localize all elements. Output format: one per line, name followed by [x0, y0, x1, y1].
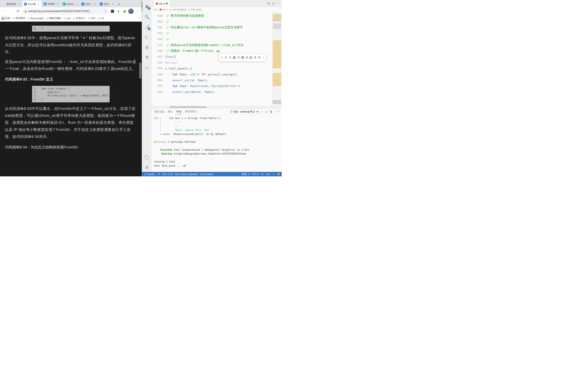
split-terminal-icon[interactable]: ◫: [265, 110, 268, 113]
new-terminal-icon[interactable]: +: [261, 110, 263, 113]
profile-avatar[interactable]: [128, 8, 134, 14]
debug-icon[interactable]: ▷: [142, 33, 152, 42]
scrollbar[interactable]: [139, 22, 141, 176]
ime-candidate[interactable]: 3.期: [237, 55, 244, 60]
compare-icon[interactable]: ⇅: [268, 2, 270, 5]
breadcrumb-item[interactable]: src: [154, 8, 157, 11]
close-icon[interactable]: ×: [37, 3, 40, 6]
breadcrumb[interactable]: src› ⬢ lib.rs› {} rust-analyzer› ⨍ test_…: [152, 7, 282, 12]
eol-status[interactable]: LF: [261, 173, 264, 175]
more-icon[interactable]: ⋯: [277, 2, 280, 5]
bookmark-folder[interactable]: 🗀常用网页: [12, 17, 25, 20]
rust-project-status[interactable]: Rust: [new_chapter8]: [175, 173, 198, 175]
browser-window: 新标签页 × 微 Rust编 × ▶ 哔哩哔 × ▶ Davira × 知 首页…: [0, 0, 142, 176]
back-button[interactable]: ←: [1, 8, 7, 14]
module-icon: {}: [170, 8, 172, 11]
url-bar[interactable]: 🔒 weread.qq.com/web/reader/0303203071848…: [22, 8, 109, 14]
breadcrumb-item[interactable]: rust-analyzer: [172, 8, 186, 11]
ime-candidate-popup[interactable]: 1.其 2.器 3.期 4.起 5.⑦ ⌄: [219, 54, 266, 62]
scm-icon[interactable]: ⎇6: [142, 22, 152, 31]
minimap[interactable]: [272, 12, 282, 106]
bookmark-label: Rust project: [31, 17, 44, 20]
chevron-up-icon[interactable]: ˄: [275, 110, 276, 113]
browser-tab[interactable]: 知 首页 - ×: [98, 1, 116, 7]
breadcrumb-item[interactable]: lib.rs: [162, 8, 167, 11]
settings-icon[interactable]: ⚙: [142, 163, 152, 172]
extension-icon[interactable]: ⊕: [116, 9, 121, 14]
trash-icon[interactable]: 🗑: [270, 110, 273, 113]
codelens-run-test[interactable]: Run test: [165, 61, 177, 64]
testing-icon[interactable]: ⚗: [142, 53, 152, 62]
branch-status[interactable]: ⎇master*: [144, 173, 155, 175]
code-line: ′/ 将字符串转换为其他类型: [165, 14, 204, 17]
ime-candidate[interactable]: 2.器: [229, 55, 236, 60]
close-icon[interactable]: ×: [75, 3, 78, 6]
horizontal-scrollbar[interactable]: [152, 106, 282, 108]
panel-tab-debug-console[interactable]: 调试控制台: [185, 109, 198, 114]
terminal-output[interactable]: 344 | let mut v = String::from("hello");…: [152, 115, 282, 172]
ime-candidate[interactable]: 4.起: [246, 55, 252, 60]
bookmarks-overflow[interactable]: »: [139, 17, 140, 20]
bookmark-label: 应用: [5, 17, 10, 20]
apps-button[interactable]: 应用: [2, 17, 10, 20]
browser-tab[interactable]: 新标签页 ×: [1, 1, 22, 7]
bookmark-folder[interactable]: 🗀CS: [98, 17, 104, 20]
bookmarks-icon[interactable]: ▭: [142, 63, 152, 72]
extensions-icon[interactable]: 🧩: [122, 9, 127, 14]
browser-tab-active[interactable]: 微 Rust编 ×: [22, 1, 42, 7]
reader-content[interactable]: 6. } 在代码清单8-32中，使用parse方法将字符串＂4＂转换为u32类型…: [0, 22, 142, 176]
feedback-icon[interactable]: ☺: [272, 173, 275, 175]
explorer-icon[interactable]: 🗎1: [142, 2, 152, 11]
close-icon[interactable]: ×: [56, 3, 59, 6]
new-tab-button[interactable]: +: [116, 2, 122, 7]
editor-body[interactable]: 680 681 682 683 684 685 686 687 688 689 …: [152, 12, 282, 106]
panel-tab-problems[interactable]: 问题28: [154, 109, 164, 114]
chevron-down-icon[interactable]: ⌄: [262, 55, 264, 60]
close-icon[interactable]: ×: [278, 110, 280, 113]
panel-tab-output[interactable]: 输出: [167, 109, 173, 114]
favicon: ▶: [43, 3, 46, 6]
bookmark-folder[interactable]: 🗀PAT: [88, 17, 95, 20]
language-status[interactable]: rust: [266, 173, 270, 175]
extension-icon[interactable]: ⬛: [110, 9, 115, 14]
account-icon[interactable]: ◯: [142, 153, 152, 162]
close-icon[interactable]: ×: [93, 3, 96, 6]
sync-status[interactable]: ⟳: [158, 173, 160, 175]
menu-icon[interactable]: ⋮: [135, 8, 140, 14]
bookmark-folder[interactable]: 🗀函数式编程: [46, 17, 61, 20]
vscode-window: 🗎1 🔍 ⎇6 ▷ ⊞ ⚗ ▭ ◯ ⚙ ⬢ lib.rs ⇅ ◫ ⋯: [142, 0, 282, 176]
reload-button[interactable]: ⟳: [15, 8, 21, 14]
terminal-task-select[interactable]: 2: 任务 - External RLS: [229, 109, 259, 114]
star-icon[interactable]: ☆: [104, 9, 107, 13]
browser-tab[interactable]: ▶ 哔哩哔 ×: [42, 1, 61, 7]
folder-icon: 🗀: [98, 17, 100, 20]
problems-status[interactable]: ⓧ0 ⚠28: [162, 173, 173, 176]
heading: 代码清单8-33：FromStr 定义: [5, 76, 137, 83]
bookmark-folder[interactable]: 🗀Rust project: [27, 17, 44, 20]
breadcrumb-item[interactable]: test_pase: [191, 8, 202, 11]
panel-tab-terminal[interactable]: 终端: [176, 109, 182, 114]
search-icon[interactable]: 🔍: [142, 12, 152, 21]
bookmark-folder[interactable]: 🗀rust: [63, 17, 71, 20]
ime-candidate[interactable]: 1.其: [221, 55, 227, 60]
notifications-icon[interactable]: 🔔: [277, 173, 280, 175]
code-area[interactable]: ′/ 将字符串转换为其他类型 ′/ ′/ 可以通过std::str模块中提供的p…: [165, 12, 272, 106]
bookmark-folder[interactable]: 🗀厉害的人: [73, 17, 86, 20]
close-icon[interactable]: ×: [17, 3, 20, 6]
close-icon[interactable]: ×: [112, 3, 114, 6]
browser-tab[interactable]: 知 首页 - ×: [80, 1, 98, 7]
url-text: weread.qq.com/web/reader/030320307184877…: [28, 9, 103, 13]
scrollbar-thumb[interactable]: [139, 62, 141, 79]
editor-tab[interactable]: ⬢ lib.rs: [153, 0, 170, 7]
indent-status[interactable]: 空格: 4: [242, 173, 249, 176]
extensions-icon[interactable]: ⊞: [142, 43, 152, 52]
browser-tab[interactable]: ▶ Davira ×: [61, 1, 80, 7]
bookmark-label: PAT: [91, 17, 95, 20]
encoding-status[interactable]: UTF-8: [252, 173, 259, 175]
scrollbar-thumb[interactable]: [170, 106, 207, 108]
forward-button[interactable]: →: [8, 8, 14, 14]
split-icon[interactable]: ◫: [272, 2, 275, 5]
ime-candidate[interactable]: 5.⑦: [254, 55, 260, 60]
rust-analyzer-status[interactable]: rust-analyzer: [200, 173, 213, 175]
function-icon: ⨍: [189, 8, 190, 11]
